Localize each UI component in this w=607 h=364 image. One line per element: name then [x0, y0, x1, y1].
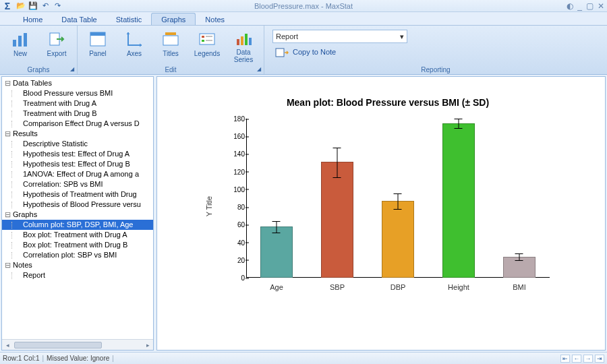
ribbon-group-reporting: Report ▾ Copy to Note Reporting [264, 26, 607, 74]
x-category-label: SBP [317, 283, 357, 291]
project-tree[interactable]: Data TablesBlood Pressure versus BMITrea… [2, 77, 153, 339]
status-missed: Missed Value: Ignore [47, 355, 109, 362]
nav-prev-icon[interactable]: ← [572, 355, 581, 363]
y-tick: 40 [227, 239, 245, 246]
titles-button[interactable]: Titles [154, 28, 187, 65]
app-logo: Σ [1, 0, 13, 12]
status-nav: ⇤ ← → ⇥ [560, 355, 604, 363]
tree-item[interactable]: 1ANOVA: Effect of Drug A among a [2, 169, 153, 179]
status-bar: Row:1 Col:1 | Missed Value: Ignore | ⇤ ←… [0, 352, 607, 364]
svg-rect-0 [13, 40, 16, 47]
minimize-icon[interactable]: _ [577, 1, 582, 11]
svg-rect-13 [237, 39, 239, 45]
tree-item[interactable]: Correlation: SPB vs BMI [2, 179, 153, 189]
tree-item[interactable]: Treatment with Drug B [2, 109, 153, 119]
axes-button[interactable]: Axes [118, 28, 150, 65]
ribbon-group-label: Graphs ◢ [0, 66, 77, 73]
tab-notes[interactable]: Notes [196, 13, 234, 25]
horizontal-scrollbar[interactable]: ◂ ▸ [2, 339, 153, 350]
tree-item[interactable]: Correlation plot: SBP vs BMI [2, 250, 153, 260]
scroll-left-icon[interactable]: ◂ [2, 342, 13, 348]
tree-group[interactable]: Notes [2, 260, 153, 270]
launcher-icon[interactable]: ◢ [70, 66, 74, 72]
legends-button[interactable]: Legends [191, 28, 223, 65]
y-tick: 20 [227, 256, 245, 264]
x-category-label: Height [438, 283, 479, 291]
tree-item[interactable]: Report [2, 270, 153, 280]
help-icon[interactable]: ◐ [567, 1, 573, 11]
bar [256, 226, 297, 278]
svg-rect-5 [90, 32, 105, 36]
tree-item[interactable]: Hypothesis test: Effect of Drug A [2, 149, 153, 159]
tree-group[interactable]: Graphs [2, 210, 153, 220]
chevron-down-icon: ▾ [400, 32, 404, 41]
svg-rect-15 [245, 34, 248, 45]
panel-button[interactable]: Panel [82, 28, 114, 65]
bar [317, 162, 357, 278]
tree-item[interactable]: Hypothesis of Treatment with Drug [2, 189, 153, 200]
bar-chart-icon [10, 30, 30, 49]
tree-item[interactable]: Hypothesis of Blood Pressure versu [2, 200, 153, 210]
svg-rect-9 [202, 36, 204, 38]
qat-save-icon[interactable]: 💾 [28, 1, 38, 11]
scroll-thumb[interactable] [14, 342, 102, 348]
window-title: BloodPressure.max - MaxStat [254, 2, 353, 10]
y-tick: 140 [227, 150, 245, 158]
tab-graphs[interactable]: Graphs [151, 13, 196, 25]
y-tick: 100 [227, 185, 245, 193]
copy-to-note-button[interactable]: Copy to Note [272, 46, 407, 58]
axes-icon [124, 30, 144, 49]
qat-undo-icon[interactable]: ↶ [40, 1, 50, 11]
svg-rect-1 [18, 36, 22, 47]
nav-last-icon[interactable]: ⇥ [595, 355, 604, 363]
y-tick: 80 [227, 204, 245, 211]
tab-statistic[interactable]: Statistic [107, 13, 152, 25]
x-category-label: DBP [378, 283, 418, 291]
nav-next-icon[interactable]: → [583, 355, 593, 363]
tab-home[interactable]: Home [13, 13, 52, 25]
panel-icon [88, 30, 108, 49]
ribbon-group-graphs: NewExport Graphs ◢ [0, 26, 78, 74]
new-button[interactable]: New [4, 28, 36, 65]
chart-title: Mean plot: Blood Pressure versus BMI (± … [184, 97, 591, 108]
x-category-label: BMI [499, 283, 540, 291]
qat-open-icon[interactable]: 📂 [16, 1, 26, 11]
scroll-right-icon[interactable]: ▸ [142, 342, 153, 348]
svg-rect-16 [249, 38, 252, 45]
tree-item[interactable]: Box plot: Treatment with Drug B [2, 240, 153, 250]
y-tick: 160 [227, 133, 245, 140]
tree-item[interactable]: Treatment with Drug A [2, 98, 153, 109]
tab-data-table[interactable]: Data Table [52, 13, 106, 25]
tree-item[interactable]: Column plot: SBP, DSP, BMI, Age [2, 220, 153, 230]
export-icon [47, 30, 67, 49]
y-tick: 0 [227, 274, 245, 282]
report-select[interactable]: Report ▾ [272, 30, 407, 43]
window-controls: ◐ _ ▢ ✕ [567, 1, 604, 11]
tree-item[interactable]: Descriptive Statistic [2, 139, 153, 149]
svg-rect-10 [202, 40, 204, 42]
ribbon-group-edit: PanelAxesTitlesLegendsData Series Edit ◢ [78, 26, 264, 74]
tree-group[interactable]: Data Tables [2, 78, 153, 88]
y-tick: 180 [227, 115, 245, 123]
tree-item[interactable]: Blood Pressure versus BMI [2, 88, 153, 98]
quick-access-toolbar: 📂 💾 ↶ ↷ [16, 1, 62, 11]
tree-group[interactable]: Results [2, 129, 153, 139]
nav-first-icon[interactable]: ⇤ [560, 355, 570, 363]
legend-icon [197, 30, 217, 49]
export-button[interactable]: Export [40, 28, 73, 65]
tree-item[interactable]: Box plot: Treatment with Drug A [2, 230, 153, 240]
ribbon-group-label: Reporting [264, 66, 607, 73]
data-series-button[interactable]: Data Series [227, 28, 260, 65]
svg-rect-7 [165, 32, 176, 35]
y-tick: 120 [227, 168, 245, 175]
x-category-label: Age [256, 283, 297, 291]
qat-redo-icon[interactable]: ↷ [53, 1, 62, 11]
svg-rect-14 [241, 36, 243, 45]
x-categories: AgeSBPDBPHeightBMI [246, 283, 550, 291]
maximize-icon[interactable]: ▢ [586, 1, 594, 11]
tree-item[interactable]: Comparison Effect Drug A versus D [2, 119, 153, 129]
bar [499, 257, 540, 278]
launcher-icon[interactable]: ◢ [257, 66, 261, 72]
close-icon[interactable]: ✕ [598, 1, 604, 11]
tree-item[interactable]: Hypothesis test: Effect of Drug B [2, 159, 153, 169]
